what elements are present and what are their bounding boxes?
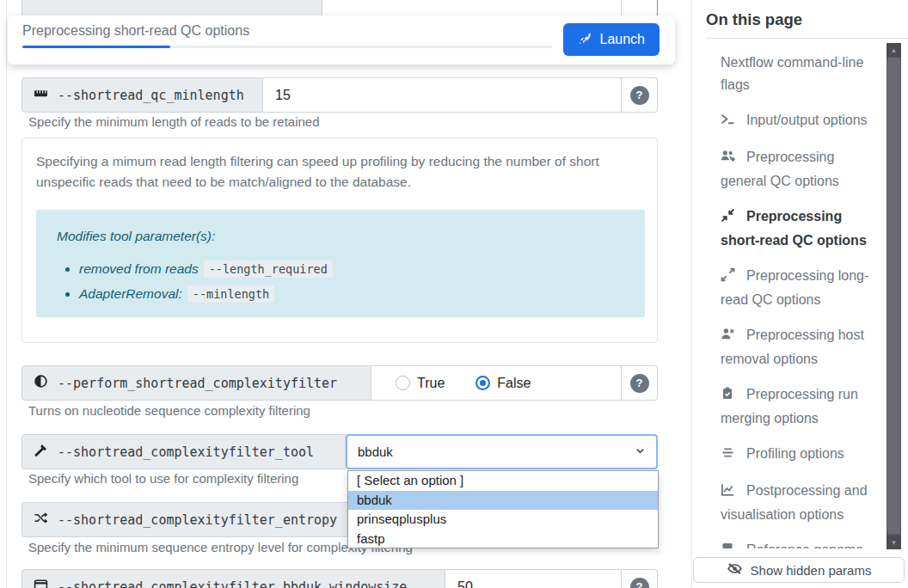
- param-label: --shortread_complexityfilter_bbduk_windo…: [21, 569, 445, 588]
- param-label: --perform_shortread_complexityfilter: [21, 365, 371, 401]
- dropdown-option[interactable]: prinseqplusplus: [348, 510, 658, 530]
- ruler-icon: [34, 86, 48, 104]
- dropdown-option-selected[interactable]: bbduk: [348, 491, 658, 511]
- sidebar-section-list: Nextflow command-line flags Input/output…: [692, 43, 887, 548]
- param-row-perform-complexityfilter: --perform_shortread_complexityfilter Tru…: [21, 365, 658, 401]
- radio-label: True: [417, 376, 445, 391]
- bullet-text: AdapterRemoval:: [79, 286, 182, 301]
- sidebar-item-preprocessing-host-removal[interactable]: Preprocessing host removal options: [721, 324, 872, 371]
- window-icon: [34, 578, 48, 588]
- windowsize-input[interactable]: 50: [445, 569, 622, 588]
- param-row-bbduk-windowsize: --shortread_complexityfilter_bbduk_windo…: [21, 569, 658, 588]
- tool-select-dropdown: [ Select an option ] bbduk prinseqpluspl…: [347, 470, 659, 548]
- windowsize-value: 50: [457, 579, 473, 588]
- bullet-text: removed from reads: [79, 261, 199, 276]
- scroll-down-arrow[interactable]: ▼: [887, 536, 901, 549]
- sidebar-title: On this page: [706, 10, 908, 39]
- dropdown-option[interactable]: [ Select an option ]: [348, 471, 658, 491]
- chevron-down-icon: [635, 444, 646, 459]
- param-flag: --shortread_complexityfilter_tool: [58, 444, 314, 460]
- help-paragraph: Specifying a mimum read length filtering…: [36, 151, 643, 193]
- radio-circle-checked[interactable]: [475, 376, 490, 390]
- launch-label: Launch: [600, 32, 646, 47]
- tool-select-value: bbduk: [358, 444, 393, 459]
- sidebar-item-label: Nextflow command-line flags: [721, 55, 863, 92]
- sidebar-scrollbar[interactable]: ▲ ▼: [887, 43, 901, 549]
- radio-label: False: [497, 376, 531, 391]
- on-this-page-sidebar: On this page Nextflow command-line flags…: [691, 0, 908, 588]
- param-description: Turns on nucleotide sequence complexity …: [28, 403, 310, 418]
- parameters-panel: Preprocessing short-read QC options Laun…: [6, 0, 689, 588]
- code-chip: --minlength: [187, 285, 274, 303]
- param-flag: --shortread_complexityfilter_entropy: [58, 512, 337, 528]
- sidebar-item-label: Input/output options: [746, 113, 868, 127]
- show-hidden-label: Show hidden params: [751, 563, 872, 578]
- radio-circle[interactable]: [396, 376, 410, 390]
- help-button[interactable]: ?: [622, 77, 658, 113]
- users-gear-icon: [721, 148, 746, 170]
- modifies-info-box: Modifies tool parameter(s): removed from…: [36, 210, 645, 317]
- sidebar-item-profiling[interactable]: Profiling options: [721, 443, 872, 467]
- modifies-bullet: removed from reads--length_required: [79, 261, 624, 277]
- section-progress-fill: [22, 46, 170, 48]
- param-flag: --shortread_qc_minlength: [58, 88, 244, 103]
- dropdown-option[interactable]: fastp: [348, 530, 658, 549]
- expand-arrows-icon: [721, 266, 746, 289]
- param-description: Specify which tool to use for complexity…: [28, 471, 298, 486]
- minlength-value: 15: [275, 88, 291, 103]
- sidebar-item-preprocessing-general-qc[interactable]: Preprocessing general QC options: [721, 146, 872, 193]
- code-chip: --length_required: [204, 260, 333, 278]
- show-hidden-params-button[interactable]: Show hidden params: [693, 557, 905, 583]
- param-row-complexityfilter-tool: --shortread_complexityfilter_tool bbduk: [21, 434, 658, 469]
- scrollbar-thumb[interactable]: [887, 58, 900, 534]
- scroll-up-arrow[interactable]: ▲: [887, 43, 901, 57]
- terminal-icon: [721, 111, 746, 133]
- launch-pipeline-page: Preprocessing short-read QC options Laun…: [0, 0, 908, 588]
- param-row-shortread-qc-minlength: --shortread_qc_minlength 15 ?: [21, 77, 658, 113]
- help-button[interactable]: [622, 0, 658, 17]
- sidebar-item-label: Profiling options: [746, 446, 844, 461]
- param-input[interactable]: [322, 0, 622, 17]
- rocket-icon: [578, 31, 592, 49]
- sidebar-item-nextflow-flags[interactable]: Nextflow command-line flags: [721, 52, 872, 96]
- param-flag: --perform_shortread_complexityfilter: [58, 376, 337, 391]
- partial-param-row: [21, 0, 658, 17]
- modifies-title: Modifies tool parameter(s):: [57, 229, 624, 244]
- param-label: [21, 0, 322, 17]
- sidebar-item-preprocessing-run-merging[interactable]: Preprocessing run merging options: [721, 383, 872, 430]
- sidebar-item-preprocessing-longread-qc[interactable]: Preprocessing long-read QC options: [721, 265, 872, 311]
- book-icon: [721, 541, 746, 548]
- launch-button[interactable]: Launch: [563, 23, 660, 56]
- hammer-icon: [34, 443, 48, 461]
- param-label: --shortread_complexityfilter_tool: [21, 434, 346, 469]
- help-button[interactable]: ?: [622, 569, 658, 588]
- chart-line-icon: [721, 481, 746, 504]
- minlength-input[interactable]: 15: [263, 77, 622, 113]
- user-x-icon: [721, 326, 746, 348]
- modifies-bullet: AdapterRemoval:--minlength: [79, 286, 624, 302]
- help-button[interactable]: ?: [622, 365, 658, 401]
- sidebar-item-preprocessing-shortread-qc[interactable]: Preprocessing short-read QC options: [721, 205, 872, 252]
- boolean-input: True False: [371, 365, 622, 401]
- radio-true[interactable]: True: [396, 376, 445, 391]
- param-description: Specify the minimum length of reads to b…: [28, 114, 320, 129]
- question-icon: ?: [630, 374, 649, 393]
- shuffle-icon: [34, 511, 48, 529]
- compress-arrows-icon: [721, 207, 746, 230]
- question-icon: ?: [630, 578, 649, 588]
- toggle-icon: [34, 374, 48, 392]
- param-flag: --shortread_complexityfilter_bbduk_windo…: [58, 579, 407, 588]
- sidebar-item-postprocessing-visualisation[interactable]: Postprocessing and visualisation options: [721, 480, 872, 526]
- section-header-card: Preprocessing short-read QC options Laun…: [8, 15, 675, 64]
- question-icon: ?: [630, 86, 649, 105]
- bars-icon: [721, 444, 746, 467]
- section-title: Preprocessing short-read QC options: [22, 23, 249, 39]
- param-label: --shortread_qc_minlength: [21, 77, 263, 113]
- tool-select[interactable]: bbduk: [346, 434, 658, 469]
- radio-false[interactable]: False: [475, 376, 531, 391]
- eye-slash-icon: [727, 561, 743, 579]
- sidebar-item-input-output[interactable]: Input/output options: [721, 109, 872, 133]
- sidebar-item-reference-genome[interactable]: Reference genome options: [721, 539, 872, 548]
- section-progress: [22, 46, 552, 48]
- clipboard-check-icon: [721, 385, 746, 407]
